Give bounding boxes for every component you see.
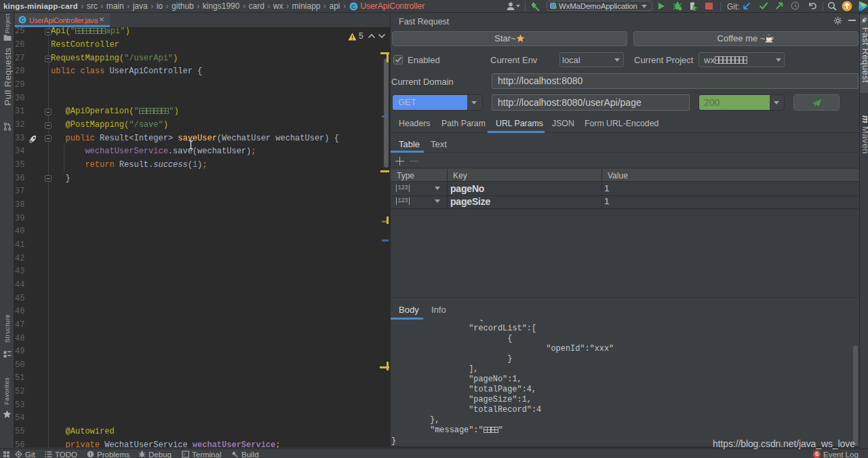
svg-text:C: C (351, 3, 356, 9)
svg-text:C: C (20, 16, 24, 23)
